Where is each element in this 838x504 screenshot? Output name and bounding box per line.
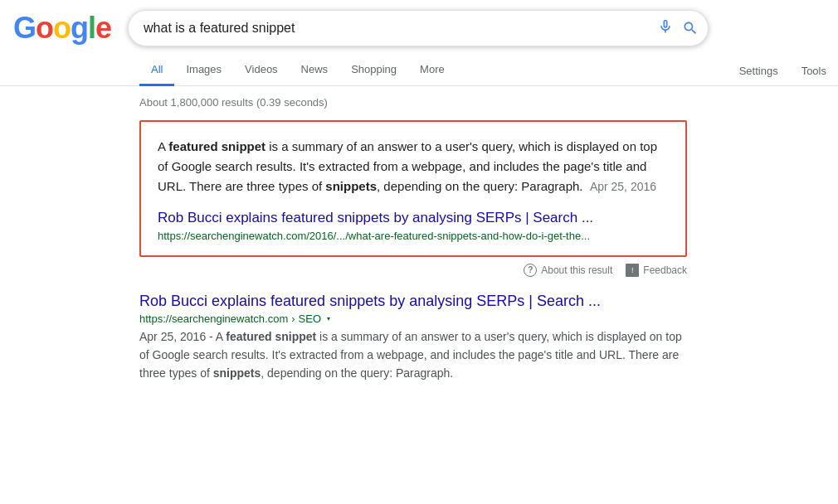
tab-all[interactable]: All [139, 55, 174, 86]
microphone-icon[interactable] [657, 18, 674, 39]
feedback-button[interactable]: ! Feedback [626, 264, 687, 277]
result-title[interactable]: Rob Bucci explains featured snippets by … [139, 293, 601, 309]
tab-videos[interactable]: Videos [233, 55, 290, 86]
search-button[interactable] [682, 20, 699, 36]
tab-tools[interactable]: Tools [790, 56, 838, 85]
snippet-date: Apr 25, 2016 [590, 180, 656, 193]
organic-result: Rob Bucci explains featured snippets by … [139, 292, 687, 382]
snippet-text: A featured snippet is a summary of an an… [158, 137, 669, 196]
nav-right: Settings Tools [728, 56, 838, 85]
snippet-url: https://searchenginewatch.com/2016/.../w… [158, 230, 669, 242]
result-breadcrumb: › [291, 313, 295, 325]
nav-tabs: All Images Videos News Shopping More Set… [0, 50, 838, 86]
result-url-row: https://searchenginewatch.com › SEO ▾ [139, 313, 687, 325]
about-icon: ? [524, 264, 537, 277]
snippet-link[interactable]: Rob Bucci explains featured snippets by … [158, 208, 669, 242]
feedback-icon: ! [626, 264, 639, 277]
search-bar [128, 10, 709, 46]
result-url: https://searchenginewatch.com [139, 313, 288, 325]
search-icons [657, 18, 699, 39]
tab-shopping[interactable]: Shopping [339, 55, 408, 86]
feedback-label: Feedback [643, 264, 687, 276]
featured-snippet-box: A featured snippet is a summary of an an… [139, 120, 687, 257]
header: Google [0, 0, 838, 46]
google-logo[interactable]: Google [13, 13, 111, 43]
tab-news[interactable]: News [290, 55, 340, 86]
tab-images[interactable]: Images [174, 55, 233, 86]
tab-more[interactable]: More [408, 55, 456, 86]
result-description: Apr 25, 2016 - A featured snippet is a s… [139, 328, 687, 382]
results-count: About 1,800,000 results (0.39 seconds) [139, 96, 747, 109]
result-breadcrumb-seo: SEO [299, 313, 321, 325]
breadcrumb-dropdown-icon[interactable]: ▾ [327, 315, 330, 322]
result-meta: ? About this result ! Feedback [139, 264, 689, 277]
about-result[interactable]: ? About this result [524, 264, 612, 277]
snippet-link-title[interactable]: Rob Bucci explains featured snippets by … [158, 210, 593, 225]
tab-settings[interactable]: Settings [728, 56, 790, 85]
search-input[interactable] [128, 10, 709, 46]
about-result-label: About this result [541, 264, 612, 276]
main-content: About 1,800,000 results (0.39 seconds) A… [0, 86, 747, 382]
